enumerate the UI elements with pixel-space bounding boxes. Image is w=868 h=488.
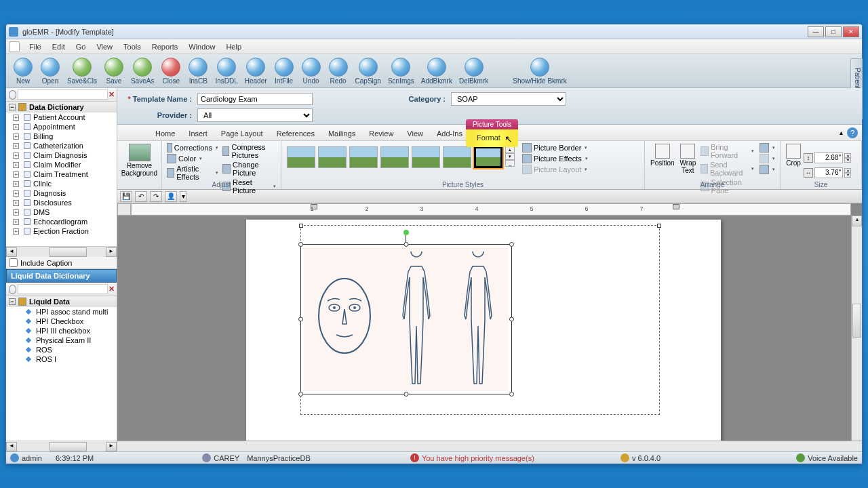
picture-style-3[interactable] [349,146,378,168]
ld-item-hpi-checkbox[interactable]: HPI Checkbox [6,317,117,326]
width-input[interactable] [814,167,843,178]
toolbar-redo[interactable]: Redo [326,56,351,86]
toolbar-close[interactable]: Close [158,56,184,86]
minimize-button[interactable]: — [808,26,824,37]
artistic-effects-button[interactable]: Artistic Effects▾ [165,164,220,182]
menu-go[interactable]: Go [71,41,92,52]
dd-item-patient-account[interactable]: +Patient Account [6,113,117,122]
dd-item-diagnosis[interactable]: +Diagnosis [6,188,117,198]
ruler-corner[interactable] [117,203,131,216]
clear-search-button[interactable]: ✕ [108,90,115,100]
dd-item-claim-modifier[interactable]: +Claim Modifier [6,160,117,169]
dd-hscroll[interactable]: ◄► [6,246,117,257]
picture-style-6[interactable] [443,146,471,168]
dd-item-catheterization[interactable]: +Catheterization [6,141,117,150]
resize-handle-nw[interactable] [298,242,303,247]
rotate-button[interactable]: ▾ [757,164,777,175]
template-name-input[interactable] [197,93,313,105]
toolbar-scnimgs[interactable]: ScnImgs [385,56,417,86]
rotate-handle[interactable] [403,230,409,235]
format-tab[interactable]: Format ↖ [467,131,517,146]
right-indent-marker[interactable] [673,204,679,209]
dd-item-appointment[interactable]: +Appointment [6,122,117,131]
picture-frame[interactable] [300,244,512,394]
menu-file[interactable]: File [24,41,47,52]
toolbar-insddl[interactable]: InsDDL [212,56,240,86]
picture-effects-button[interactable]: Picture Effects▾ [520,153,590,164]
toolbar-delbkmrk[interactable]: DelBkmrk [456,56,491,86]
gallery-up-button[interactable]: ▴ [505,146,515,153]
compress-pictures-button[interactable]: Compress Pictures [220,142,278,160]
align-button[interactable]: ▾ [757,142,777,153]
dictionary-search-input[interactable] [18,89,108,100]
ribbon-tab-home[interactable]: Home [149,127,182,140]
change-picture-button[interactable]: Change Picture [220,160,278,178]
status-warning[interactable]: You have high priority message(s) [422,454,534,462]
collapse-ribbon-icon[interactable]: ▴ [840,129,843,136]
toolbar-intfile[interactable]: IntFile [271,56,297,86]
ld-item-hpi-assoc-stand-multi[interactable]: HPI assoc stand multi [6,307,117,317]
ld-item-ros-i[interactable]: ROS I [6,354,117,364]
remove-background-button[interactable]: Remove Background [120,142,159,178]
picture-style-4[interactable] [380,146,409,168]
toolbar-inscb[interactable]: InsCB [185,56,211,86]
liquid-search-input[interactable] [18,284,108,294]
ribbon-tab-pagelayout[interactable]: Page Layout [214,127,270,140]
toolbar-header[interactable]: Header [242,56,270,86]
toolbar-save[interactable]: Save [101,56,127,86]
gallery-down-button[interactable]: ▾ [505,153,515,160]
ribbon-tab-view[interactable]: View [400,127,430,140]
body-diagram-image[interactable] [304,247,509,391]
ribbon-tab-review[interactable]: Review [362,127,400,140]
menu-help[interactable]: Help [220,41,247,52]
ribbon-tab-insert[interactable]: Insert [182,127,214,140]
dd-item-clinic[interactable]: +Clinic [6,179,117,188]
qat-undo[interactable]: ↶ [135,191,147,202]
toolbar-undo[interactable]: Undo [298,56,324,86]
horizontal-ruler[interactable]: 1234567 [131,203,851,216]
menu-reports[interactable]: Reports [146,41,184,52]
resize-handle-e[interactable] [509,317,514,322]
vertical-scrollbar[interactable]: ▴ ▾ [851,216,862,451]
toolbar-addbkmrk[interactable]: AddBkmrk [418,56,455,86]
height-up[interactable]: ▴ [844,153,851,158]
corrections-button[interactable]: Corrections▾ [165,142,220,153]
resize-handle-w[interactable] [298,317,303,322]
ld-hscroll[interactable]: ◄► [6,441,117,451]
ribbon-tab-references[interactable]: References [270,127,321,140]
menu-window[interactable]: Window [183,41,220,52]
dd-item-echocardiogram[interactable]: +Echocardiogram [6,217,117,226]
toolbar-showhidebkmrk[interactable]: Show/Hide Bkmrk [510,56,569,86]
clear-search-button[interactable]: ✕ [108,285,115,294]
ribbon-tab-addins[interactable]: Add-Ins [430,127,469,140]
toolbar-saveas[interactable]: SaveAs [128,56,157,86]
picture-style-1[interactable] [287,146,315,168]
provider-select[interactable]: All [197,108,313,122]
help-icon[interactable]: ? [847,127,858,138]
menu-tools[interactable]: Tools [118,41,146,52]
menu-edit[interactable]: Edit [47,41,71,52]
include-caption-checkbox[interactable] [9,258,18,267]
document-page[interactable] [246,220,721,451]
height-down[interactable]: ▾ [844,158,851,163]
picture-style-2[interactable] [318,146,347,168]
ribbon-tab-mailings[interactable]: Mailings [321,127,362,140]
collapse-icon[interactable]: − [9,298,16,305]
picture-style-7[interactable] [474,146,502,168]
toolbar-open[interactable]: Open [37,56,63,86]
picture-border-button[interactable]: Picture Border▾ [520,142,590,153]
ld-item-physical-exam-ii[interactable]: Physical Exam II [6,336,117,345]
width-up[interactable]: ▴ [844,168,851,173]
ld-item-ros[interactable]: ROS [6,345,117,354]
resize-handle-s[interactable] [404,392,409,396]
dd-item-dms[interactable]: +DMS [6,207,117,217]
maximize-button[interactable]: □ [825,26,842,37]
resize-handle-n[interactable] [404,242,409,247]
qat-redo[interactable]: ↷ [150,191,162,202]
qat-save[interactable]: 💾 [120,191,132,202]
status-voice[interactable]: Voice Available [808,454,858,462]
menu-view[interactable]: View [91,41,118,52]
resize-handle-se[interactable] [509,392,514,396]
category-select[interactable]: SOAP [451,92,566,106]
toolbar-capsign[interactable]: CapSign [353,56,384,86]
